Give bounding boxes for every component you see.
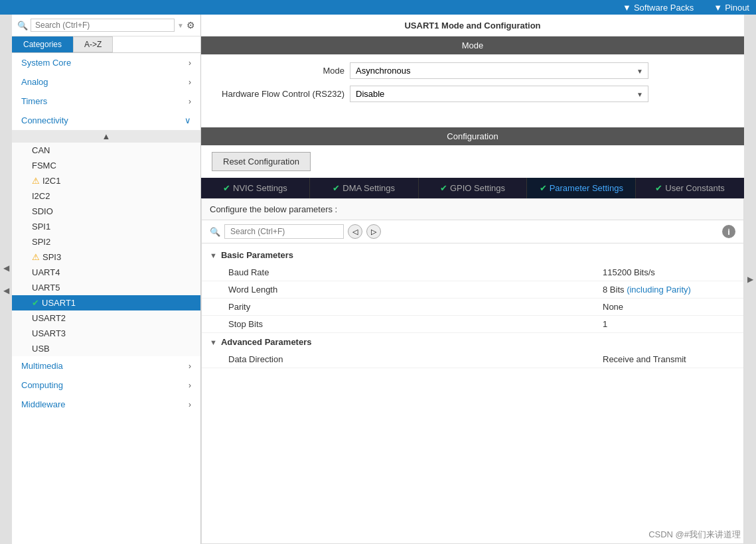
right-collapse-panel[interactable]: ▶	[744, 15, 756, 544]
search-bar: 🔍 ▼ ⚙	[12, 15, 200, 36]
param-row-baud: Baud Rate 115200 Bits/s	[202, 264, 743, 281]
hw-flow-label: Hardware Flow Control (RS232)	[212, 89, 344, 99]
middleware-label: Middleware	[21, 399, 65, 409]
search-prev-button[interactable]: ◁	[348, 224, 362, 239]
uart5-label: UART5	[32, 283, 60, 293]
uart4-label: UART4	[32, 267, 60, 277]
connectivity-label: Connectivity	[21, 115, 68, 125]
basic-params-group-header[interactable]: ▼ Basic Parameters	[202, 246, 743, 264]
check-icon-params: ✔	[540, 183, 547, 193]
can-label: CAN	[32, 145, 50, 155]
search-next-button[interactable]: ▷	[366, 224, 381, 239]
chevron-right-icon: ›	[189, 58, 191, 68]
software-packs-label: Software Packs	[634, 3, 694, 13]
nvic-tab-label: NVIC Settings	[233, 183, 287, 193]
tab-dma-settings[interactable]: ✔ DMA Settings	[310, 178, 419, 198]
dma-tab-label: DMA Settings	[342, 183, 395, 193]
sidebar-subitem-usart2[interactable]: USART2	[12, 310, 200, 326]
param-row-data-direction: Data Direction Receive and Transmit	[202, 351, 743, 368]
check-icon-nvic: ✔	[223, 183, 230, 193]
tab-categories[interactable]: Categories	[12, 36, 73, 52]
sidebar-item-connectivity[interactable]: Connectivity ∨	[12, 111, 200, 130]
sidebar-subitem-uart4[interactable]: UART4	[12, 265, 200, 280]
check-icon-dma: ✔	[333, 183, 340, 193]
search-input[interactable]	[31, 19, 175, 32]
tab-az[interactable]: A->Z	[73, 36, 113, 52]
usart3-label: USART3	[32, 328, 66, 338]
advanced-params-group-header[interactable]: ▼ Advanced Parameters	[202, 333, 743, 351]
sidebar-item-middleware[interactable]: Middleware ›	[12, 395, 200, 414]
sidebar-subitem-spi2[interactable]: SPI2	[12, 234, 200, 249]
timers-label: Timers	[21, 96, 47, 106]
watermark-text: CSDN @#我们来讲道理	[648, 529, 741, 539]
sidebar-subitem-fsmc[interactable]: FSMC	[12, 158, 200, 173]
sidebar-subitem-usart3[interactable]: USART3	[12, 326, 200, 341]
param-row-word-length: Word Length 8 Bits (including Parity)	[202, 281, 743, 299]
sidebar-item-system-core[interactable]: System Core ›	[12, 53, 200, 72]
mode-select-wrapper: Asynchronous Synchronous Single Wire (Ha…	[350, 62, 648, 79]
software-packs-menu[interactable]: ▼ Software Packs	[623, 3, 694, 13]
sidebar-item-multimedia[interactable]: Multimedia ›	[12, 356, 200, 375]
tab-gpio-settings[interactable]: ✔ GPIO Settings	[419, 178, 528, 198]
spi3-label: SPI3	[42, 252, 61, 262]
search-icon-params: 🔍	[210, 227, 220, 237]
sidebar-subitem-can[interactable]: CAN	[12, 143, 200, 158]
scroll-up-button[interactable]: ▲	[12, 130, 200, 143]
gear-icon[interactable]: ⚙	[187, 20, 195, 31]
connectivity-subitems: CAN FSMC ⚠ I2C1 I2C2 SDIO SPI1	[12, 143, 200, 356]
collapse-arrow-up[interactable]: ◀	[3, 263, 9, 273]
check-icon-user: ✔	[655, 183, 662, 193]
up-arrow-icon: ▲	[102, 131, 111, 141]
right-collapse-icon: ▶	[747, 275, 753, 284]
chevron-down-icon2: ▼	[714, 3, 722, 13]
sidebar-item-analog[interactable]: Analog ›	[12, 72, 200, 92]
word-length-label: Word Length	[228, 285, 603, 295]
mode-select[interactable]: Asynchronous Synchronous Single Wire (Ha…	[350, 62, 648, 79]
pinout-label: Pinout	[725, 3, 749, 13]
sidebar-subitem-spi1[interactable]: SPI1	[12, 219, 200, 234]
category-tabs: Categories A->Z	[12, 36, 200, 53]
sidebar-subitem-spi3[interactable]: ⚠ SPI3	[12, 249, 200, 265]
i2c2-label: I2C2	[32, 191, 50, 201]
sidebar-subitem-usb[interactable]: USB	[12, 341, 200, 356]
param-search-input[interactable]	[224, 224, 344, 239]
check-icon-usart1: ✔	[32, 298, 39, 308]
chevron-right-icon-middleware: ›	[189, 400, 191, 409]
hw-flow-row: Hardware Flow Control (RS232) Disable CT…	[212, 86, 733, 102]
sidebar-subitem-usart1[interactable]: ✔ USART1	[12, 295, 200, 310]
info-icon[interactable]: i	[722, 225, 735, 238]
pinout-menu[interactable]: ▼ Pinout	[714, 3, 749, 13]
chevron-down-icon: ▼	[623, 3, 631, 13]
sidebar-subitem-sdio[interactable]: SDIO	[12, 204, 200, 219]
sidebar-item-computing[interactable]: Computing ›	[12, 375, 200, 395]
tab-parameter-settings[interactable]: ✔ Parameter Settings	[527, 178, 636, 198]
param-row-parity: Parity None	[202, 299, 743, 316]
data-direction-value: Receive and Transmit	[603, 354, 735, 364]
chevron-right-icon-computing: ›	[189, 381, 191, 390]
collapse-arrow-down[interactable]: ◀	[3, 286, 9, 295]
word-length-note: (including Parity)	[627, 285, 691, 295]
param-search-bar: 🔍 ◁ ▷ i	[202, 220, 743, 243]
usart2-label: USART2	[32, 313, 66, 323]
left-collapse-panel[interactable]: ◀ ◀	[0, 15, 12, 544]
tab-nvic-settings[interactable]: ✔ NVIC Settings	[201, 178, 310, 198]
sidebar-subitem-i2c1[interactable]: ⚠ I2C1	[12, 173, 200, 188]
word-length-value: 8 Bits (including Parity)	[603, 285, 735, 295]
usb-label: USB	[32, 344, 50, 354]
computing-label: Computing	[21, 380, 63, 390]
i2c1-label: I2C1	[42, 176, 60, 186]
panel-title: USART1 Mode and Configuration	[404, 21, 540, 31]
mode-section-label: Mode	[462, 40, 484, 50]
chevron-down-basic: ▼	[210, 251, 217, 259]
sidebar-item-timers[interactable]: Timers ›	[12, 92, 200, 111]
basic-params-label: Basic Parameters	[221, 250, 293, 260]
hw-flow-select[interactable]: Disable CTS Only RTS Only CTS/RTS	[350, 86, 648, 102]
warn-icon-spi3: ⚠	[32, 252, 40, 262]
advanced-params-label: Advanced Parameters	[221, 337, 312, 347]
reset-config-button[interactable]: Reset Configuration	[212, 152, 311, 171]
chevron-right-icon-multimedia: ›	[189, 362, 191, 371]
sidebar-subitem-i2c2[interactable]: I2C2	[12, 188, 200, 204]
mode-row: Mode Asynchronous Synchronous Single Wir…	[212, 62, 733, 79]
tab-user-constants[interactable]: ✔ User Constants	[636, 178, 744, 198]
sidebar-subitem-uart5[interactable]: UART5	[12, 280, 200, 295]
